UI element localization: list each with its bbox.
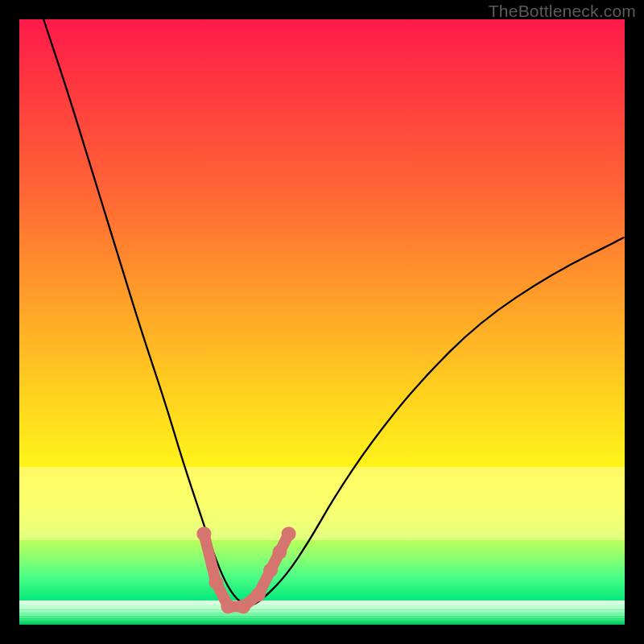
data-marker xyxy=(282,526,296,541)
data-marker xyxy=(208,575,223,589)
data-marker xyxy=(221,599,235,613)
green-band-step xyxy=(19,605,625,609)
data-marker xyxy=(251,587,266,601)
green-band-step xyxy=(19,609,625,613)
green-band-step xyxy=(19,623,625,625)
data-marker xyxy=(236,599,250,613)
chart-svg xyxy=(19,19,625,625)
green-band-step xyxy=(19,617,625,619)
watermark-text: TheBottleneck.com xyxy=(489,2,636,21)
bottleneck-curve xyxy=(43,19,625,605)
green-band-step xyxy=(19,601,625,605)
green-band-step xyxy=(19,621,625,623)
green-band-step xyxy=(19,619,625,621)
data-marker xyxy=(263,563,278,577)
outer-frame: TheBottleneck.com xyxy=(0,0,644,644)
data-marker xyxy=(196,526,211,541)
data-marker xyxy=(272,545,287,559)
plot-area xyxy=(19,19,625,625)
green-band-step xyxy=(19,613,625,617)
green-step-bands xyxy=(19,601,625,625)
